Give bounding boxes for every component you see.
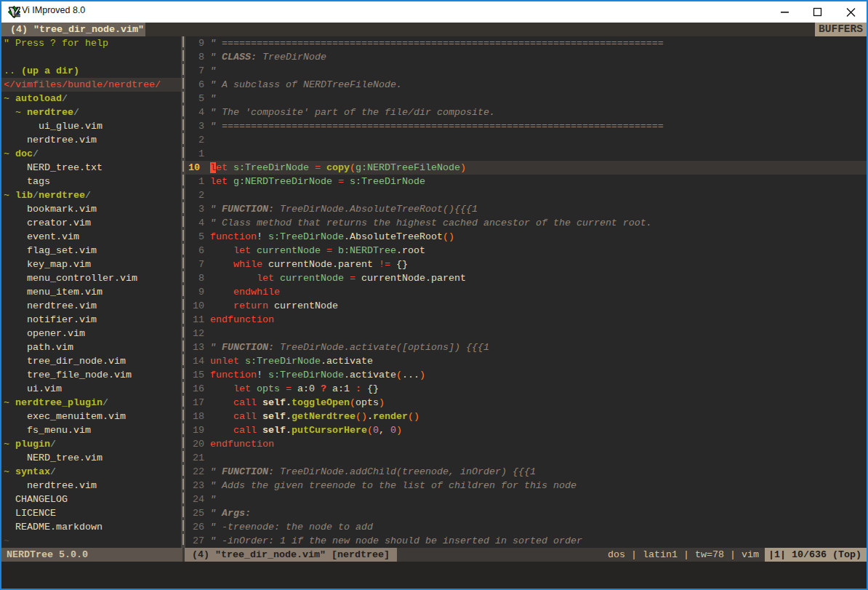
svg-text:im: im bbox=[14, 12, 20, 18]
